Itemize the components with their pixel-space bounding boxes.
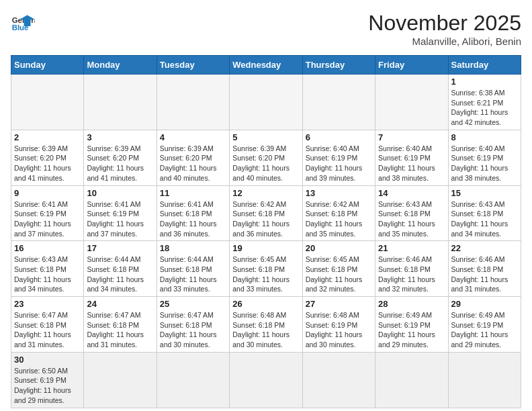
week-row-5: 30Sunrise: 6:50 AMSunset: 6:19 PMDayligh… bbox=[11, 352, 521, 408]
day-info: Sunrise: 6:41 AMSunset: 6:18 PMDaylight:… bbox=[160, 199, 226, 239]
day-cell bbox=[448, 352, 521, 408]
day-cell bbox=[302, 75, 375, 130]
day-cell bbox=[375, 352, 448, 408]
day-number: 13 bbox=[306, 188, 372, 198]
week-row-3: 16Sunrise: 6:43 AMSunset: 6:18 PMDayligh… bbox=[11, 241, 521, 297]
day-cell: 1Sunrise: 6:38 AMSunset: 6:21 PMDaylight… bbox=[448, 75, 521, 130]
day-cell: 28Sunrise: 6:49 AMSunset: 6:19 PMDayligh… bbox=[375, 297, 448, 353]
day-number: 1 bbox=[451, 77, 518, 87]
day-cell bbox=[157, 75, 229, 130]
header-cell-tuesday: Tuesday bbox=[157, 56, 229, 75]
page-header: General Blue November 2025 Malanville, A… bbox=[11, 11, 521, 47]
day-number: 11 bbox=[160, 188, 226, 198]
day-info: Sunrise: 6:49 AMSunset: 6:19 PMDaylight:… bbox=[451, 310, 518, 350]
day-cell: 7Sunrise: 6:40 AMSunset: 6:19 PMDaylight… bbox=[375, 130, 448, 185]
day-cell bbox=[11, 75, 84, 130]
day-number: 3 bbox=[87, 132, 153, 142]
header-cell-monday: Monday bbox=[84, 56, 157, 75]
header-cell-sunday: Sunday bbox=[11, 56, 84, 75]
day-number: 16 bbox=[14, 243, 81, 253]
header-cell-thursday: Thursday bbox=[302, 56, 375, 75]
day-cell: 14Sunrise: 6:43 AMSunset: 6:18 PMDayligh… bbox=[375, 185, 448, 241]
day-info: Sunrise: 6:39 AMSunset: 6:20 PMDaylight:… bbox=[14, 144, 81, 183]
day-info: Sunrise: 6:44 AMSunset: 6:18 PMDaylight:… bbox=[160, 255, 226, 294]
day-info: Sunrise: 6:44 AMSunset: 6:18 PMDaylight:… bbox=[87, 255, 153, 294]
calendar-title: November 2025 bbox=[368, 11, 521, 36]
day-cell: 24Sunrise: 6:47 AMSunset: 6:18 PMDayligh… bbox=[84, 297, 157, 353]
day-number: 26 bbox=[232, 299, 299, 309]
day-info: Sunrise: 6:46 AMSunset: 6:18 PMDaylight:… bbox=[451, 255, 518, 294]
day-number: 5 bbox=[232, 132, 299, 142]
day-cell: 16Sunrise: 6:43 AMSunset: 6:18 PMDayligh… bbox=[11, 241, 84, 297]
day-cell: 11Sunrise: 6:41 AMSunset: 6:18 PMDayligh… bbox=[157, 185, 229, 241]
calendar-subtitle: Malanville, Alibori, Benin bbox=[368, 36, 521, 47]
day-cell: 6Sunrise: 6:40 AMSunset: 6:19 PMDaylight… bbox=[302, 130, 375, 185]
day-cell bbox=[230, 75, 302, 130]
day-cell: 22Sunrise: 6:46 AMSunset: 6:18 PMDayligh… bbox=[448, 241, 521, 297]
day-cell bbox=[157, 352, 229, 408]
day-number: 12 bbox=[232, 188, 299, 198]
day-cell: 30Sunrise: 6:50 AMSunset: 6:19 PMDayligh… bbox=[11, 352, 84, 408]
day-info: Sunrise: 6:47 AMSunset: 6:18 PMDaylight:… bbox=[14, 310, 81, 350]
week-row-2: 9Sunrise: 6:41 AMSunset: 6:19 PMDaylight… bbox=[11, 185, 521, 241]
day-info: Sunrise: 6:47 AMSunset: 6:18 PMDaylight:… bbox=[87, 310, 153, 350]
day-info: Sunrise: 6:39 AMSunset: 6:20 PMDaylight:… bbox=[160, 144, 226, 183]
day-number: 7 bbox=[378, 132, 445, 142]
day-info: Sunrise: 6:43 AMSunset: 6:18 PMDaylight:… bbox=[14, 255, 81, 294]
day-number: 29 bbox=[451, 299, 518, 309]
day-cell: 18Sunrise: 6:44 AMSunset: 6:18 PMDayligh… bbox=[157, 241, 229, 297]
day-cell: 13Sunrise: 6:42 AMSunset: 6:18 PMDayligh… bbox=[302, 185, 375, 241]
day-number: 18 bbox=[160, 243, 226, 253]
day-number: 25 bbox=[160, 299, 226, 309]
header-cell-saturday: Saturday bbox=[448, 56, 521, 75]
title-block: November 2025 Malanville, Alibori, Benin bbox=[368, 11, 521, 47]
week-row-4: 23Sunrise: 6:47 AMSunset: 6:18 PMDayligh… bbox=[11, 297, 521, 353]
day-cell: 5Sunrise: 6:39 AMSunset: 6:20 PMDaylight… bbox=[230, 130, 302, 185]
day-info: Sunrise: 6:42 AMSunset: 6:18 PMDaylight:… bbox=[232, 199, 299, 239]
day-number: 15 bbox=[451, 188, 518, 198]
day-number: 14 bbox=[378, 188, 445, 198]
day-cell bbox=[84, 352, 157, 408]
header-row: SundayMondayTuesdayWednesdayThursdayFrid… bbox=[11, 56, 521, 75]
day-cell bbox=[230, 352, 302, 408]
day-info: Sunrise: 6:40 AMSunset: 6:19 PMDaylight:… bbox=[378, 144, 445, 183]
day-number: 27 bbox=[306, 299, 372, 309]
day-number: 19 bbox=[232, 243, 299, 253]
day-cell: 15Sunrise: 6:43 AMSunset: 6:18 PMDayligh… bbox=[448, 185, 521, 241]
day-cell: 20Sunrise: 6:45 AMSunset: 6:18 PMDayligh… bbox=[302, 241, 375, 297]
day-info: Sunrise: 6:38 AMSunset: 6:21 PMDaylight:… bbox=[451, 88, 518, 128]
day-cell: 29Sunrise: 6:49 AMSunset: 6:19 PMDayligh… bbox=[448, 297, 521, 353]
day-info: Sunrise: 6:50 AMSunset: 6:19 PMDaylight:… bbox=[14, 366, 81, 406]
day-cell: 21Sunrise: 6:46 AMSunset: 6:18 PMDayligh… bbox=[375, 241, 448, 297]
day-number: 9 bbox=[14, 188, 81, 198]
day-number: 17 bbox=[87, 243, 153, 253]
header-cell-wednesday: Wednesday bbox=[230, 56, 302, 75]
svg-text:General: General bbox=[12, 16, 35, 24]
day-info: Sunrise: 6:46 AMSunset: 6:18 PMDaylight:… bbox=[378, 255, 445, 294]
day-cell: 17Sunrise: 6:44 AMSunset: 6:18 PMDayligh… bbox=[84, 241, 157, 297]
day-cell: 12Sunrise: 6:42 AMSunset: 6:18 PMDayligh… bbox=[230, 185, 302, 241]
day-cell: 19Sunrise: 6:45 AMSunset: 6:18 PMDayligh… bbox=[230, 241, 302, 297]
logo-icon: General Blue bbox=[11, 11, 35, 35]
day-info: Sunrise: 6:41 AMSunset: 6:19 PMDaylight:… bbox=[87, 199, 153, 239]
day-info: Sunrise: 6:43 AMSunset: 6:18 PMDaylight:… bbox=[378, 199, 445, 239]
day-cell bbox=[84, 75, 157, 130]
day-number: 28 bbox=[378, 299, 445, 309]
day-number: 2 bbox=[14, 132, 81, 142]
week-row-1: 2Sunrise: 6:39 AMSunset: 6:20 PMDaylight… bbox=[11, 130, 521, 185]
day-number: 24 bbox=[87, 299, 153, 309]
day-info: Sunrise: 6:43 AMSunset: 6:18 PMDaylight:… bbox=[451, 199, 518, 239]
day-info: Sunrise: 6:47 AMSunset: 6:18 PMDaylight:… bbox=[160, 310, 226, 350]
day-cell: 9Sunrise: 6:41 AMSunset: 6:19 PMDaylight… bbox=[11, 185, 84, 241]
day-info: Sunrise: 6:42 AMSunset: 6:18 PMDaylight:… bbox=[306, 199, 372, 239]
day-number: 23 bbox=[14, 299, 81, 309]
day-cell: 26Sunrise: 6:48 AMSunset: 6:18 PMDayligh… bbox=[230, 297, 302, 353]
day-cell: 27Sunrise: 6:48 AMSunset: 6:19 PMDayligh… bbox=[302, 297, 375, 353]
day-number: 20 bbox=[306, 243, 372, 253]
day-cell: 23Sunrise: 6:47 AMSunset: 6:18 PMDayligh… bbox=[11, 297, 84, 353]
day-number: 4 bbox=[160, 132, 226, 142]
day-cell: 8Sunrise: 6:40 AMSunset: 6:19 PMDaylight… bbox=[448, 130, 521, 185]
day-info: Sunrise: 6:45 AMSunset: 6:18 PMDaylight:… bbox=[306, 255, 372, 294]
day-info: Sunrise: 6:39 AMSunset: 6:20 PMDaylight:… bbox=[232, 144, 299, 183]
day-number: 22 bbox=[451, 243, 518, 253]
